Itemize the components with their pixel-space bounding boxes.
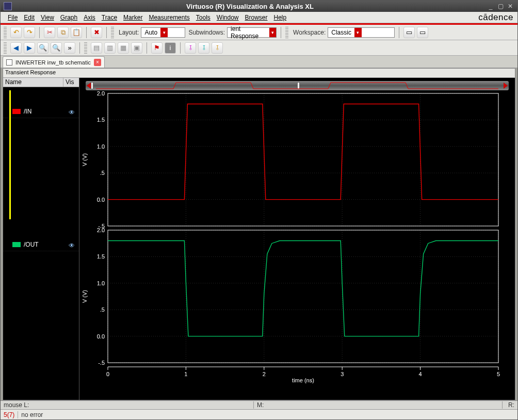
menu-axis[interactable]: Axis [80,13,99,22]
more-button[interactable]: » [64,42,75,54]
toolbar-secondary: ◀ ▶ 🔍 🔍 » ▤ ▥ ▦ ▣ ⚑ i ⫱ ⫱ ⫱ [1,40,517,56]
legend-header: Name Vis [3,78,79,87]
subwindows-combo[interactable]: ient Response▾ [227,27,277,38]
menu-tools[interactable]: Tools [193,13,214,22]
info-button[interactable]: i [165,42,176,54]
strip-handle-right[interactable] [297,82,300,89]
delete-button[interactable]: ✖ [91,27,102,38]
window-title: Virtuoso (R) Visualization & Analysis XL [15,3,485,10]
legend-row-out[interactable]: /OUT 👁 [3,238,79,251]
status-mouse-l: mouse L: [1,401,253,409]
chevron-down-icon[interactable]: ▾ [269,28,276,37]
svg-text:.5: .5 [100,170,105,176]
menu-browser[interactable]: Browser [242,13,271,22]
svg-text:0.0: 0.0 [97,197,105,203]
svg-text:2.0: 2.0 [97,91,105,96]
strip-left-arrow-icon[interactable] [87,83,91,89]
toolbar-handle[interactable] [111,27,114,38]
menu-edit[interactable]: Edit [21,13,38,22]
plot-svg[interactable]: -.50.0.51.01.52.0V (V)-.50.0.51.01.52.0V… [79,91,509,385]
swatch-icon [12,242,21,247]
copy-button[interactable]: ⧉ [57,27,69,38]
signal-tool2-button[interactable]: ⫱ [198,42,209,54]
signal-name: /OUT [24,241,39,248]
separator [106,27,107,38]
separator [180,42,181,54]
separator [147,42,147,54]
legend-row-in[interactable]: /IN 👁 [3,105,79,118]
strip-button[interactable]: ▤ [91,42,102,54]
menu-window[interactable]: Window [214,13,242,22]
panel-title: Transient Response [3,69,515,78]
maximize-button[interactable]: ▢ [496,2,505,10]
chevron-down-icon[interactable]: ▾ [354,28,362,37]
error-count[interactable]: 5(7) [1,411,18,418]
svg-text:1.5: 1.5 [97,117,105,123]
separator [86,27,87,38]
signal-tool1-button[interactable]: ⫱ [185,42,196,54]
tab-close-button[interactable]: × [94,59,101,66]
zoom-in-button[interactable]: 🔍 [37,42,48,54]
menu-marker[interactable]: Marker [120,13,145,22]
nav-back-button[interactable]: ◀ [10,42,22,54]
cut-button[interactable]: ✂ [44,27,55,38]
plot-area[interactable]: -.50.0.51.01.52.0V (V)-.50.0.51.01.52.0V… [79,78,515,400]
undo-button[interactable]: ↶ [10,27,22,38]
layout-combo[interactable]: Auto▾ [141,27,185,38]
window-add-button[interactable]: ▭ [403,27,415,38]
titlebar[interactable]: Virtuoso (R) Visualization & Analysis XL… [1,1,517,12]
error-message: no error [18,411,46,418]
strip-right-arrow-icon[interactable] [504,83,508,89]
menu-measurements[interactable]: Measurements [145,13,192,22]
combine-button[interactable]: ▥ [104,42,116,54]
toolbar-main: ↶ ↷ ✂ ⧉ 📋 ✖ Layout: Auto▾ Subwindows: ie… [1,25,517,40]
nav-fwd-button[interactable]: ▶ [24,42,35,54]
separator [399,27,399,38]
plot-split: Name Vis /IN 👁 /OUT 👁 [3,78,515,400]
separator [79,42,80,54]
visibility-icon[interactable]: 👁 [69,109,77,114]
redo-button[interactable]: ↷ [24,27,35,38]
signal-tool3-button[interactable]: ⫱ [212,42,223,54]
menu-graph[interactable]: Graph [57,13,80,22]
svg-text:3: 3 [341,371,344,377]
legend-col-vis[interactable]: Vis [63,78,79,87]
separator [39,27,40,38]
table-button[interactable]: ▣ [131,42,142,54]
split-button[interactable]: ▦ [118,42,129,54]
toolbar-handle[interactable] [285,27,288,38]
tab-label: INWERTER inw_tb schematic [15,59,91,66]
svg-text:time (ns): time (ns) [292,377,314,383]
svg-text:2.0: 2.0 [97,227,105,233]
brand-logo: cādence [478,12,513,23]
menu-trace[interactable]: Trace [99,13,120,22]
svg-text:1.0: 1.0 [97,280,105,286]
flag-button[interactable]: ⚑ [151,42,163,54]
error-bar: 5(7) no error [1,409,517,419]
close-button[interactable]: ✕ [506,2,514,10]
toolbar-handle[interactable] [84,42,87,54]
menubar: File Edit View Graph Axis Trace Marker M… [1,12,517,23]
chevron-down-icon[interactable]: ▾ [160,28,168,37]
menu-help[interactable]: Help [271,13,290,22]
signal-name: /IN [24,108,31,115]
time-strip[interactable] [86,81,509,90]
workspace-combo[interactable]: Classic▾ [328,27,395,38]
svg-text:4: 4 [419,371,422,377]
document-tab[interactable]: INWERTER inw_tb schematic × [3,56,105,68]
legend-col-name[interactable]: Name [3,78,63,87]
zoom-out-button[interactable]: 🔍 [51,42,62,54]
separator [281,27,281,38]
toolbar-handle[interactable] [4,27,7,38]
window-remove-button[interactable]: ▭ [417,27,428,38]
visibility-icon[interactable]: 👁 [69,242,77,247]
menu-file[interactable]: File [5,13,21,22]
svg-text:0.0: 0.0 [97,333,105,340]
toolbar-handle[interactable] [4,42,7,54]
minimize-button[interactable]: _ [487,2,495,10]
paste-button[interactable]: 📋 [71,27,82,38]
strip-handle-left[interactable] [91,82,93,89]
app-icon [4,2,12,10]
svg-text:1.0: 1.0 [97,143,105,150]
menu-view[interactable]: View [38,13,57,22]
